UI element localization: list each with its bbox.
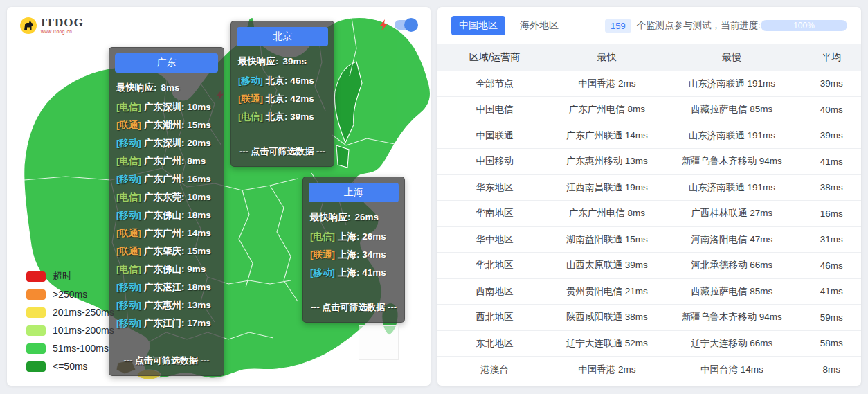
col-header-slowest[interactable]: 最慢	[662, 44, 802, 71]
tooltip-latency-row[interactable]: [联通]广东广州: 14ms	[116, 224, 217, 242]
tooltip-latency-row[interactable]: [移动]广东江门: 17ms	[116, 314, 217, 332]
legend-swatch	[26, 361, 46, 372]
isp-label: [移动]	[116, 209, 141, 222]
tab-overseas-region[interactable]: 海外地区	[512, 16, 566, 35]
tooltip-latency-row[interactable]: [移动]广东深圳: 20ms	[116, 134, 217, 152]
south-china-sea-inset	[359, 325, 399, 360]
cell-average: 40ms	[802, 97, 861, 123]
cell-fastest: 山西太原联通 39ms	[552, 253, 662, 279]
legend-swatch	[26, 271, 46, 282]
isp-label: [移动]	[238, 75, 263, 87]
latency-text: 北京: 42ms	[266, 93, 314, 105]
cell-average: 59ms	[802, 305, 861, 331]
tooltip-latency-row[interactable]: [电信]广东东莞: 10ms	[116, 188, 217, 206]
latency-text: 上海: 34ms	[338, 249, 386, 261]
table-row[interactable]: 中国联通广东广州联通 14ms山东济南联通 191ms39ms	[437, 123, 861, 149]
legend-item: 51ms-100ms	[26, 339, 114, 357]
itdog-dog-icon	[19, 17, 37, 35]
brand-url: www.itdog.cn	[41, 30, 84, 35]
tooltip-latency-row[interactable]: [移动]北京: 46ms	[238, 72, 327, 90]
tab-china-region[interactable]: 中国地区	[451, 16, 505, 35]
cell-region: 华东地区	[437, 174, 552, 201]
legend-label: 101ms-200ms	[53, 325, 114, 336]
legend-label: <=50ms	[53, 361, 88, 372]
latency-text: 广东惠州: 13ms	[144, 299, 211, 312]
table-row[interactable]: 华中地区湖南益阳联通 15ms河南洛阳电信 47ms31ms	[437, 226, 861, 253]
tooltip-latency-row[interactable]: [移动]广东惠州: 13ms	[116, 296, 217, 314]
tooltip-latency-row[interactable]: [联通]北京: 42ms	[238, 90, 327, 108]
tooltip-rows: [移动]北京: 46ms[联通]北京: 42ms[电信]北京: 39ms	[238, 72, 327, 126]
col-header-average[interactable]: 平均	[802, 44, 861, 71]
tooltip-latency-row[interactable]: [电信]北京: 39ms	[238, 108, 327, 126]
legend-label: 201ms-250ms	[53, 307, 114, 318]
cell-region: 西北地区	[437, 305, 552, 331]
latency-text: 广东东莞: 10ms	[144, 191, 211, 204]
cell-fastest: 广东广州电信 8ms	[552, 201, 662, 227]
legend-swatch	[26, 307, 46, 318]
monitor-count-badge: 159	[605, 19, 631, 33]
latency-text: 广东广州: 8ms	[144, 155, 206, 168]
cell-slowest: 山东济南联通 191ms	[662, 174, 802, 201]
cell-slowest: 河南洛阳电信 47ms	[662, 226, 802, 253]
table-row[interactable]: 中国电信广东广州电信 8ms西藏拉萨电信 85ms40ms	[437, 97, 861, 123]
latency-text: 广东湛江: 18ms	[144, 281, 211, 294]
table-row[interactable]: 华南地区广东广州电信 8ms广西桂林联通 27ms16ms	[437, 201, 861, 227]
tooltip-latency-row[interactable]: [电信]广东广州: 8ms	[116, 152, 217, 170]
tooltip-latency-row[interactable]: [电信]广东佛山: 9ms	[116, 260, 217, 278]
table-row[interactable]: 中国移动广东惠州移动 13ms新疆乌鲁木齐移动 94ms41ms	[437, 149, 861, 175]
isp-label: [移动]	[310, 267, 335, 279]
cell-average: 39ms	[802, 123, 861, 149]
cell-average: 16ms	[802, 201, 861, 227]
table-row[interactable]: 东北地区辽宁大连联通 52ms辽宁大连移动 66ms58ms	[437, 330, 861, 357]
tooltip-latency-row[interactable]: [移动]广东湛江: 18ms	[116, 278, 217, 296]
tooltip-latency-row[interactable]: [移动]广东佛山: 18ms	[116, 206, 217, 224]
col-header-fastest[interactable]: 最快	[552, 44, 662, 71]
latency-text: 广东佛山: 9ms	[144, 263, 206, 276]
isp-label: [电信]	[310, 231, 335, 243]
cell-region: 全部节点	[437, 71, 552, 97]
itdog-logo[interactable]: ITDOG www.itdog.cn	[19, 17, 84, 35]
tooltip-latency-row[interactable]: [联通]上海: 34ms	[310, 246, 397, 264]
tooltip-footer[interactable]: --- 点击可筛选数据 ---	[115, 350, 218, 370]
cell-slowest: 中国台湾 14ms	[662, 357, 802, 383]
cell-average: 41ms	[802, 278, 861, 305]
fastest-label: 最快响应:	[238, 56, 279, 66]
tooltip-footer[interactable]: --- 点击可筛选数据 ---	[309, 297, 399, 316]
tooltip-latency-row[interactable]: [移动]广东广州: 16ms	[116, 170, 217, 188]
tooltip-latency-row[interactable]: [电信]上海: 26ms	[310, 228, 397, 246]
cell-slowest: 河北承德移动 66ms	[662, 253, 802, 279]
fastest-value: 26ms	[355, 212, 379, 222]
isp-label: [联通]	[238, 93, 263, 105]
table-row[interactable]: 华北地区山西太原联通 39ms河北承德移动 66ms46ms	[437, 253, 861, 279]
fastest-value: 8ms	[161, 82, 180, 93]
isp-label: [联通]	[116, 245, 141, 258]
results-card: 中国地区 海外地区 159 个监测点参与测试，当前进度: 100% 区域/运营商…	[437, 7, 861, 386]
isp-label: [电信]	[116, 101, 141, 114]
col-header-region[interactable]: 区域/运营商	[437, 44, 552, 71]
tooltip-city-header[interactable]: 北京	[237, 27, 328, 46]
map-mode-toggle[interactable]	[395, 20, 417, 30]
tooltip-latency-row[interactable]: [联通]广东肇庆: 15ms	[116, 242, 217, 260]
cell-region: 中国电信	[437, 97, 552, 123]
tooltip-footer[interactable]: --- 点击可筛选数据 ---	[237, 141, 328, 161]
results-toolbar: 中国地区 海外地区 159 个监测点参与测试，当前进度: 100%	[437, 7, 861, 44]
tooltip-latency-row[interactable]: [联通]广东潮州: 15ms	[116, 116, 217, 134]
tooltip-fastest: 最快响应:39ms	[238, 55, 327, 68]
cell-fastest: 贵州贵阳电信 21ms	[552, 278, 662, 305]
latency-text: 广东佛山: 18ms	[144, 209, 211, 222]
table-row[interactable]: 西北地区陕西咸阳联通 38ms新疆乌鲁木齐移动 94ms59ms	[437, 305, 861, 331]
cell-region: 华南地区	[437, 201, 552, 227]
progress-label: 100%	[761, 20, 847, 31]
tooltip-latency-row[interactable]: [移动]上海: 41ms	[310, 264, 397, 282]
tooltip-latency-row[interactable]: [电信]广东深圳: 10ms	[116, 98, 217, 116]
table-body: 全部节点中国香港 2ms山东济南联通 191ms39ms中国电信广东广州电信 8…	[437, 71, 861, 382]
table-row[interactable]: 西南地区贵州贵阳电信 21ms西藏拉萨电信 85ms41ms	[437, 278, 861, 305]
table-row[interactable]: 全部节点中国香港 2ms山东济南联通 191ms39ms	[437, 71, 861, 97]
table-row[interactable]: 港澳台中国香港 2ms中国台湾 14ms8ms	[437, 357, 861, 383]
legend-item: <=50ms	[26, 357, 114, 375]
tooltip-city-header[interactable]: 上海	[309, 183, 399, 202]
table-row[interactable]: 华东地区江西南昌联通 19ms山东济南联通 191ms38ms	[437, 174, 861, 201]
tooltip-city-header[interactable]: 广东	[115, 53, 218, 73]
province-dark-region[interactable]	[336, 145, 349, 168]
map-tooltip-guangdong: 广东 最快响应:8ms [电信]广东深圳: 10ms[联通]广东潮州: 15ms…	[109, 47, 224, 376]
